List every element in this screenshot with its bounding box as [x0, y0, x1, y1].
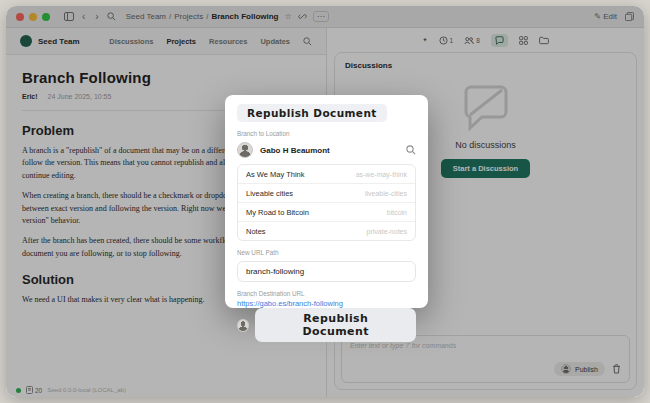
account-name: Gabo H Beaumont	[260, 146, 330, 155]
url-path-input[interactable]	[237, 261, 416, 282]
screenshot-stage: ‹ › Seed Team/Projects/Branch Following …	[0, 0, 650, 403]
location-slug: as-we-may-think	[356, 171, 407, 178]
location-option[interactable]: My Road to Bitcoin bitcoin	[238, 202, 415, 221]
account-row[interactable]: Gabo H Beaumont	[237, 142, 416, 158]
location-list: As We May Think as-we-may-think Liveable…	[237, 164, 416, 241]
location-name: As We May Think	[246, 170, 305, 179]
location-option[interactable]: As We May Think as-we-may-think	[238, 165, 415, 183]
location-name: Notes	[246, 227, 266, 236]
location-slug: bitcoin	[387, 209, 407, 216]
location-option[interactable]: Notes private-notes	[238, 221, 415, 240]
modal-title: Republish Document	[237, 104, 387, 122]
branch-to-location-label: Branch to Location	[237, 130, 416, 137]
location-name: Liveable cities	[246, 189, 293, 198]
republish-modal: Republish Document Branch to Location Ga…	[225, 95, 428, 308]
destination-url-label: Branch Destination URL	[237, 290, 416, 297]
destination-url-link[interactable]: https://gabo.es/branch-following	[237, 299, 416, 308]
search-icon[interactable]	[406, 145, 416, 155]
modal-footer: Republish Document	[237, 308, 416, 342]
location-slug: liveable-cities	[365, 190, 407, 197]
location-slug: private-notes	[367, 228, 407, 235]
avatar	[237, 319, 249, 332]
location-option[interactable]: Liveable cities liveable-cities	[238, 183, 415, 202]
new-url-path-label: New URL Path	[237, 249, 416, 256]
account-avatar	[237, 142, 253, 158]
location-name: My Road to Bitcoin	[246, 208, 309, 217]
republish-submit-button[interactable]: Republish Document	[255, 308, 416, 342]
